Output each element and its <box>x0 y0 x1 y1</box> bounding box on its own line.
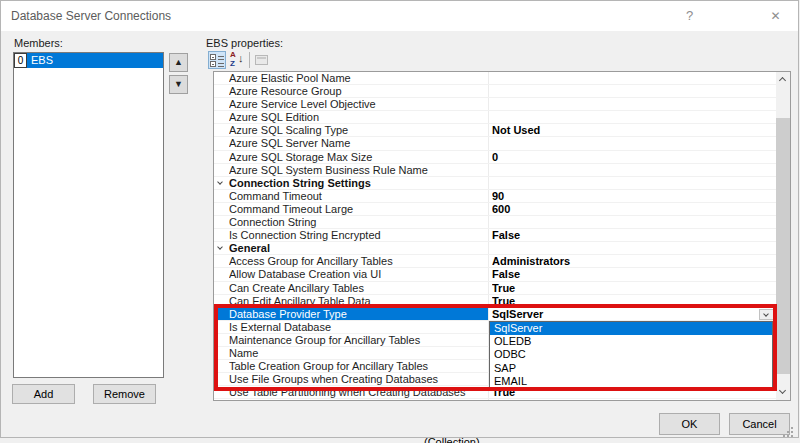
member-name: EBS <box>27 53 163 68</box>
property-row[interactable]: Allow Database Creation via UIFalse <box>214 268 776 281</box>
property-name: Azure SQL Scaling Type <box>229 124 485 137</box>
category-row[interactable]: Connection String Settings <box>214 177 776 190</box>
property-name: Is Connection String Encrypted <box>229 229 485 242</box>
dropdown-option[interactable]: SAP <box>490 362 772 375</box>
property-row[interactable]: Azure SQL Server Name <box>214 137 776 150</box>
close-button[interactable]: ✕ <box>753 1 798 31</box>
property-name: Azure SQL System Business Rule Name <box>229 164 485 177</box>
property-row[interactable]: Azure Resource Group <box>214 85 776 98</box>
property-row[interactable]: Connection String <box>214 216 776 229</box>
toolbar-separator <box>249 52 250 68</box>
provider-dropdown[interactable]: SqlServerOLEDBODBCSAPEMAIL <box>489 321 773 389</box>
property-row[interactable]: Command Timeout Large600 <box>214 203 776 216</box>
alphabetical-sort-icon[interactable]: A Z ↓ <box>229 51 247 69</box>
titlebar: Database Server Connections ? ✕ <box>1 1 798 31</box>
property-name: Access Group for Ancillary Tables <box>229 255 485 268</box>
ok-button[interactable]: OK <box>659 413 720 435</box>
move-up-button[interactable]: ▲ <box>169 53 188 72</box>
property-name: Azure Resource Group <box>229 85 485 98</box>
property-value: True <box>492 295 773 308</box>
scroll-down-icon[interactable] <box>776 385 790 400</box>
property-name: Azure SQL Edition <box>229 111 485 124</box>
scroll-up-icon[interactable] <box>776 72 790 87</box>
property-value: 0 <box>492 151 773 164</box>
properties-label: EBS properties: <box>206 37 283 49</box>
property-name: Use Table Partitioning when Creating Dat… <box>229 386 485 399</box>
property-row[interactable]: Azure Service Level Objective <box>214 98 776 111</box>
dropdown-option[interactable]: EMAIL <box>490 375 772 388</box>
property-row[interactable]: Azure SQL Scaling TypeNot Used <box>214 124 776 137</box>
category-name: General <box>229 242 270 255</box>
property-row[interactable]: Access Group for Ancillary TablesAdminis… <box>214 255 776 268</box>
property-name: Is External Database <box>229 321 485 334</box>
move-down-button[interactable]: ▼ <box>169 75 188 94</box>
property-value: Administrators <box>492 255 773 268</box>
property-name: Allow Database Creation via UI <box>229 268 485 281</box>
dropdown-option[interactable]: SqlServer <box>490 322 772 335</box>
property-name: Name <box>229 347 485 360</box>
property-name: Command Timeout Large <box>229 203 485 216</box>
database-server-connections-dialog: Database Server Connections ? ✕ Members:… <box>0 0 799 438</box>
property-name: Use File Groups when Creating Databases <box>229 373 485 386</box>
cancel-button[interactable]: Cancel <box>729 413 790 435</box>
property-row[interactable]: Command Timeout90 <box>214 190 776 203</box>
property-value: True <box>492 282 773 295</box>
property-name: Azure SQL Storage Max Size <box>229 151 485 164</box>
chevron-down-icon <box>763 311 769 317</box>
members-label: Members: <box>14 37 63 49</box>
category-name: Connection String Settings <box>229 177 371 190</box>
property-name: Connection String <box>229 216 485 229</box>
property-row[interactable]: Azure SQL System Business Rule Name <box>214 164 776 177</box>
category-row[interactable]: General <box>214 242 776 255</box>
property-name: Database Provider Type <box>229 308 485 321</box>
collapse-chevron-icon[interactable] <box>217 244 223 250</box>
property-name: Command Timeout <box>229 190 485 203</box>
member-list-item[interactable]: 0EBS <box>14 53 163 68</box>
property-name: Maintenance Group for Ancillary Tables <box>229 334 485 347</box>
property-name: Can Create Ancillary Tables <box>229 282 485 295</box>
scrollbar[interactable] <box>776 72 790 400</box>
resize-grip-icon[interactable] <box>784 428 793 437</box>
remove-button[interactable]: Remove <box>93 384 156 404</box>
help-button[interactable]: ? <box>667 1 712 31</box>
property-value: 90 <box>492 190 773 203</box>
property-value: 600 <box>492 203 773 216</box>
property-row[interactable]: Can Edit Ancillary Table DataTrue <box>214 295 776 308</box>
property-row[interactable]: Azure SQL Edition <box>214 111 776 124</box>
dropdown-option[interactable]: ODBC <box>490 348 772 361</box>
property-row[interactable]: Azure SQL Storage Max Size0 <box>214 151 776 164</box>
property-pages-icon <box>253 51 271 69</box>
property-name: Can Edit Ancillary Table Data <box>229 295 485 308</box>
add-button[interactable]: Add <box>12 384 75 404</box>
dropdown-arrow-button[interactable] <box>759 309 774 320</box>
scrollbar-thumb[interactable] <box>776 118 790 374</box>
property-row[interactable]: Is Connection String EncryptedFalse <box>214 229 776 242</box>
property-name: Table Creation Group for Ancillary Table… <box>229 360 485 373</box>
property-value: SqlServer <box>492 308 773 321</box>
property-value: False <box>492 268 773 281</box>
categorized-icon[interactable] <box>208 51 226 69</box>
property-value: Not Used <box>492 124 773 137</box>
property-name: Azure Elastic Pool Name <box>229 72 485 85</box>
property-row[interactable]: Can Create Ancillary TablesTrue <box>214 282 776 295</box>
property-row[interactable]: Azure Elastic Pool Name <box>214 72 776 85</box>
property-name: Azure SQL Server Name <box>229 137 485 150</box>
property-name: Azure Service Level Objective <box>229 98 485 111</box>
dropdown-option[interactable]: OLEDB <box>490 335 772 348</box>
dialog-title: Database Server Connections <box>11 9 171 23</box>
members-list[interactable]: 0EBS <box>13 52 164 378</box>
collapse-chevron-icon[interactable] <box>217 179 223 185</box>
property-row[interactable]: Database Provider TypeSqlServer <box>214 308 776 321</box>
member-index: 0 <box>14 53 27 68</box>
property-value: False <box>492 229 773 242</box>
